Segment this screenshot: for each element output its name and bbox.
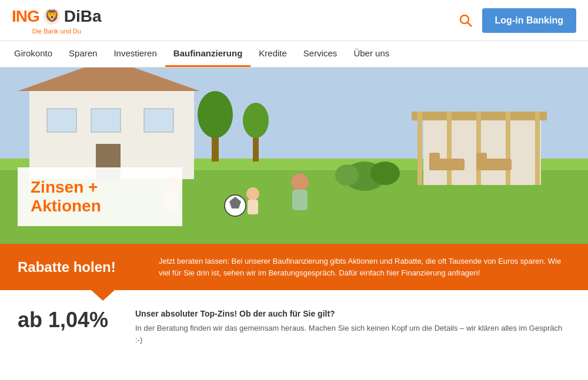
svg-point-34	[291, 173, 309, 191]
search-button[interactable]	[459, 14, 473, 28]
svg-line-3	[467, 22, 472, 26]
svg-text:🦁: 🦁	[44, 9, 59, 23]
svg-rect-33	[248, 200, 258, 214]
svg-rect-24	[506, 112, 510, 185]
hero-text-overlay: Zinsen + Aktionen	[18, 167, 182, 226]
hero-section: Zinsen + Aktionen	[0, 68, 588, 244]
svg-rect-35	[292, 190, 308, 210]
svg-rect-13	[144, 109, 173, 132]
svg-rect-19	[423, 115, 541, 185]
banner-title: Rabatte holen!	[18, 259, 135, 275]
svg-rect-11	[47, 109, 76, 132]
nav-item-ueber-uns[interactable]: Über uns	[345, 41, 397, 67]
banner-text: Jetzt beraten lassen: Bei unserer Baufin…	[159, 255, 570, 278]
rate-detail-title: Unser absoluter Top-Zins! Ob der auch fü…	[135, 308, 570, 320]
rate-value: ab 1,04%	[18, 308, 112, 332]
svg-point-40	[335, 164, 359, 186]
nav-item-services[interactable]: Services	[295, 41, 346, 67]
svg-rect-22	[447, 112, 452, 185]
svg-rect-21	[417, 112, 422, 185]
svg-rect-25	[535, 112, 540, 185]
rate-section: ab 1,04% Unser absoluter Top-Zins! Ob de…	[0, 290, 588, 357]
svg-point-2	[460, 15, 469, 23]
hero-title: Zinsen + Aktionen	[31, 178, 169, 216]
nav-item-investieren[interactable]: Investieren	[105, 41, 165, 67]
main-nav: Girokonto Sparen Investieren Baufinanzie…	[0, 41, 588, 68]
svg-point-18	[243, 103, 269, 138]
header-actions: Log-in Banking	[459, 8, 576, 33]
svg-rect-29	[476, 153, 487, 170]
nav-item-baufinanzierung[interactable]: Baufinanzierung	[165, 41, 251, 67]
rate-details: Unser absoluter Top-Zins! Ob der auch fü…	[135, 308, 570, 345]
logo-area: ING 🦁 DiBa Die Bank und Du	[12, 6, 102, 35]
logo-top: ING 🦁 DiBa	[12, 6, 102, 26]
svg-point-16	[198, 91, 233, 138]
nav-item-sparen[interactable]: Sparen	[61, 41, 105, 67]
logo-tagline: Die Bank und Du	[12, 28, 102, 35]
page-header: ING 🦁 DiBa Die Bank und Du Log-in Bankin…	[0, 0, 588, 41]
logo-diba-text: DiBa	[64, 7, 102, 26]
nav-item-kredite[interactable]: Kredite	[250, 41, 295, 67]
logo-ing-text: ING	[12, 7, 39, 26]
svg-rect-27	[429, 153, 440, 170]
svg-rect-12	[91, 109, 121, 132]
rate-detail-text: In der Beratung finden wir das gemeinsam…	[135, 324, 562, 344]
login-button[interactable]: Log-in Banking	[482, 8, 576, 33]
svg-point-32	[246, 187, 259, 200]
svg-rect-23	[476, 112, 481, 185]
logo-lion-icon: 🦁	[42, 6, 62, 26]
promo-banner: Rabatte holen! Jetzt beraten lassen: Bei…	[0, 244, 588, 290]
search-icon	[459, 14, 473, 28]
nav-item-girokonto[interactable]: Girokonto	[6, 41, 61, 67]
svg-point-39	[370, 162, 400, 185]
